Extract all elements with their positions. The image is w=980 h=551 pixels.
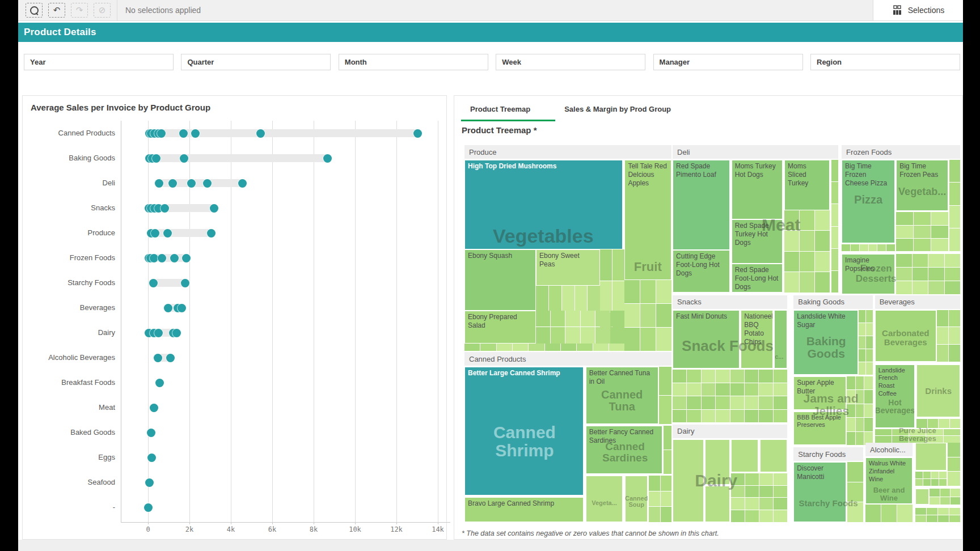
treemap-cell[interactable]	[731, 510, 745, 522]
treemap-cell[interactable]	[774, 473, 787, 485]
data-point[interactable]	[158, 254, 166, 262]
treemap-cell[interactable]: Better Canned Tuna in Oil	[586, 367, 658, 424]
data-point[interactable]	[144, 503, 153, 512]
treemap-cell[interactable]	[549, 286, 561, 311]
treemap-cell[interactable]	[536, 286, 548, 311]
treemap-cell[interactable]: Cutting Edge Foot-Long Hot Dogs	[673, 250, 730, 293]
data-point[interactable]	[154, 354, 162, 362]
data-point[interactable]	[147, 453, 156, 462]
treemap-cell[interactable]	[866, 336, 873, 349]
treemap-cell[interactable]	[940, 497, 950, 505]
treemap-cell[interactable]	[937, 345, 948, 362]
treemap-cell[interactable]: Nationeel BBQ Potato Chips	[741, 310, 773, 368]
treemap-cell[interactable]	[705, 439, 730, 485]
treemap-cell[interactable]	[774, 396, 787, 409]
treemap-cell[interactable]	[656, 328, 671, 351]
treemap-cell[interactable]	[847, 418, 855, 431]
treemap-cell[interactable]	[949, 515, 960, 522]
treemap-cell[interactable]	[624, 328, 640, 351]
treemap-cell[interactable]	[529, 344, 544, 351]
treemap-cell[interactable]	[593, 344, 609, 351]
data-point[interactable]	[160, 204, 169, 213]
treemap-cell[interactable]: Red Spade Turkey Hot Dogs	[732, 219, 783, 263]
treemap-cell[interactable]	[949, 183, 960, 205]
smart-search-icon[interactable]	[26, 3, 43, 18]
treemap-cell[interactable]	[625, 476, 648, 522]
data-point[interactable]	[238, 179, 247, 188]
treemap-cell[interactable]	[687, 383, 700, 396]
data-point[interactable]	[256, 129, 265, 138]
data-point[interactable]	[413, 129, 422, 138]
treemap-cell[interactable]	[859, 362, 865, 375]
treemap-cell[interactable]	[565, 311, 580, 327]
treemap-cell[interactable]	[856, 432, 864, 446]
treemap-cell[interactable]: Bravo Large Canned Shrimp	[464, 497, 584, 522]
treemap-cell[interactable]	[673, 439, 704, 522]
treemap-cell[interactable]	[866, 323, 873, 336]
treemap-cell[interactable]	[551, 311, 565, 327]
treemap-cell[interactable]	[914, 212, 931, 224]
step-back-icon[interactable]: ↶	[48, 3, 65, 18]
data-point[interactable]	[145, 478, 154, 487]
treemap-cell[interactable]	[609, 344, 624, 351]
treemap-cell[interactable]	[745, 486, 759, 498]
treemap-cell[interactable]	[915, 472, 923, 478]
treemap-cell[interactable]	[944, 429, 960, 435]
treemap-cell[interactable]	[875, 436, 892, 442]
treemap-cell[interactable]	[916, 364, 960, 418]
treemap-cell[interactable]	[702, 396, 715, 409]
data-point[interactable]	[181, 279, 189, 287]
treemap-cell[interactable]	[928, 419, 938, 428]
treemap-cell[interactable]	[687, 410, 700, 423]
treemap-cell[interactable]: Better Fancy Canned Sardines	[586, 426, 662, 474]
treemap-cell[interactable]	[687, 396, 700, 409]
data-point[interactable]	[147, 429, 155, 437]
treemap-cell[interactable]	[847, 376, 855, 390]
treemap-cell[interactable]	[951, 497, 960, 505]
data-point[interactable]	[150, 404, 158, 412]
treemap-cell[interactable]	[881, 505, 897, 522]
treemap-cell[interactable]	[800, 272, 814, 293]
treemap-cell[interactable]	[831, 160, 838, 181]
treemap-cell[interactable]	[896, 212, 913, 224]
treemap-cell[interactable]	[939, 419, 949, 428]
data-point[interactable]	[323, 154, 332, 163]
treemap-cell[interactable]	[938, 515, 949, 522]
treemap-cell[interactable]	[866, 349, 873, 362]
treemap-cell[interactable]	[831, 182, 838, 204]
treemap-cell[interactable]	[913, 268, 928, 281]
data-point[interactable]	[152, 154, 160, 163]
treemap-cell[interactable]: Big Time Frozen Cheese Pizza	[842, 160, 895, 243]
treemap-cell[interactable]	[480, 344, 496, 351]
treemap-cell[interactable]	[624, 280, 640, 303]
treemap-cell[interactable]	[949, 206, 960, 228]
treemap-cell[interactable]: Landslide White Sugar	[793, 310, 858, 375]
treemap-cell[interactable]	[661, 507, 672, 522]
data-point[interactable]	[170, 254, 179, 262]
treemap-cell[interactable]	[945, 281, 960, 294]
treemap-cell[interactable]: Fast Mini Donuts	[673, 310, 740, 368]
treemap-cell[interactable]	[716, 410, 729, 423]
selections-button[interactable]: Selections	[873, 0, 963, 20]
treemap-cell[interactable]	[865, 505, 881, 522]
treemap-cell[interactable]	[939, 479, 947, 486]
treemap-cell[interactable]: Discover Manicotti	[793, 462, 846, 522]
treemap-cell[interactable]	[784, 272, 799, 293]
treemap-cell[interactable]: Moms Turkey Hot Dogs	[732, 160, 783, 219]
treemap-cell[interactable]	[948, 472, 960, 485]
treemap-cell[interactable]	[915, 508, 926, 515]
treemap-cell[interactable]	[759, 410, 772, 423]
treemap-cell[interactable]	[745, 473, 759, 485]
treemap-cell[interactable]: Better Large Canned Shrimp	[464, 367, 584, 495]
treemap-cell[interactable]	[949, 310, 960, 327]
data-point[interactable]	[191, 129, 200, 138]
treemap-cell[interactable]	[949, 345, 960, 362]
treemap-cell[interactable]	[856, 418, 864, 431]
treemap-cell[interactable]	[581, 327, 595, 343]
treemap-cell[interactable]	[731, 498, 745, 510]
treemap-cell[interactable]	[815, 272, 830, 293]
treemap-cell[interactable]	[536, 311, 550, 327]
data-point[interactable]	[180, 154, 188, 163]
treemap-cell[interactable]	[588, 286, 600, 311]
treemap-cell[interactable]: Moms Sliced Turkey	[784, 160, 830, 210]
